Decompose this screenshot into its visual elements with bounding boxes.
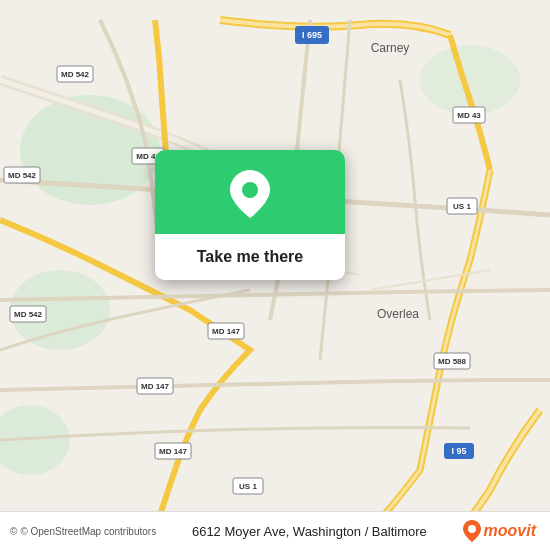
map-container[interactable]: I 695 MD 542 MD 542 MD 542 MD 41 MD 43 U… (0, 0, 550, 550)
svg-text:MD 147: MD 147 (159, 447, 188, 456)
svg-text:MD 147: MD 147 (212, 327, 241, 336)
attribution: © © OpenStreetMap contributors (10, 526, 156, 537)
moovit-logo: moovit (463, 520, 536, 542)
svg-text:I 95: I 95 (451, 446, 466, 456)
take-me-there-button[interactable]: Take me there (155, 234, 345, 280)
location-popup: Take me there (155, 150, 345, 280)
svg-text:MD 542: MD 542 (61, 70, 90, 79)
svg-text:US 1: US 1 (453, 202, 471, 211)
svg-text:MD 588: MD 588 (438, 357, 467, 366)
moovit-pin-icon (463, 520, 481, 542)
svg-text:I 695: I 695 (302, 30, 322, 40)
svg-text:US 1: US 1 (239, 482, 257, 491)
bottom-bar: © © OpenStreetMap contributors 6612 Moye… (0, 511, 550, 550)
copyright-symbol: © (10, 526, 17, 537)
location-pin-icon (228, 172, 272, 216)
popup-header (155, 150, 345, 234)
svg-text:MD 542: MD 542 (14, 310, 43, 319)
attribution-text: © OpenStreetMap contributors (20, 526, 156, 537)
svg-text:MD 542: MD 542 (8, 171, 37, 180)
svg-text:Carney: Carney (371, 41, 410, 55)
svg-point-34 (468, 525, 476, 533)
svg-text:MD 43: MD 43 (457, 111, 481, 120)
svg-point-33 (242, 182, 258, 198)
svg-text:MD 147: MD 147 (141, 382, 170, 391)
moovit-label: moovit (484, 522, 536, 540)
svg-text:Overlea: Overlea (377, 307, 419, 321)
address-text: 6612 Moyer Ave, Washington / Baltimore (156, 524, 462, 539)
